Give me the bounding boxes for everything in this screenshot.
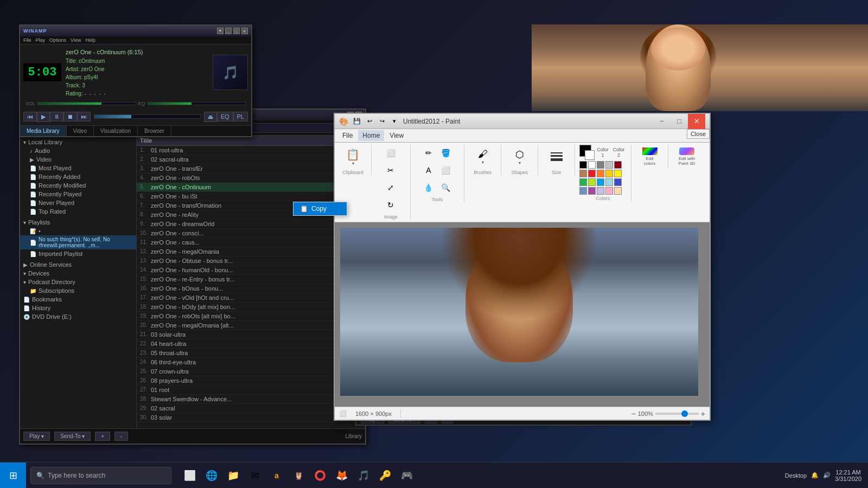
color-orange[interactable] — [597, 170, 604, 177]
icon8-btn[interactable]: ⭕ — [310, 466, 330, 485]
sidebar-item-dvd-drive[interactable]: 💿 DVD Drive (E:) — [20, 312, 136, 321]
color-brown[interactable] — [579, 170, 587, 177]
crop-btn[interactable]: ✂ — [382, 162, 399, 178]
track-row-6[interactable]: 6.zerO One - bu iSt — [137, 192, 365, 201]
color-gold[interactable] — [605, 170, 613, 177]
sidebar-item-recently-played[interactable]: 📄 Recently Played — [20, 190, 136, 198]
eraser-btn[interactable]: ⬜ — [438, 162, 454, 178]
sidebar-item-online-services[interactable]: ▶ Online Services — [20, 260, 136, 269]
color-yellow[interactable] — [614, 170, 622, 177]
track-row-22[interactable]: 22.04 heart-ultra — [137, 339, 365, 349]
tab-browser[interactable]: Browser — [138, 126, 171, 136]
color-green[interactable] — [579, 178, 587, 186]
amazon-btn[interactable]: a — [267, 466, 286, 485]
sidebar-item-most-played[interactable]: 📄 Most Played — [20, 164, 136, 172]
zoom-slider[interactable] — [655, 413, 699, 415]
track-row-13[interactable]: 13.zerO One - Obtuse - bonus tr... — [137, 256, 365, 266]
color-light-blue[interactable] — [605, 178, 613, 186]
track-row-1[interactable]: 1.01 root-ultra — [137, 146, 365, 155]
color-lime[interactable] — [588, 178, 596, 186]
track-row-30[interactable]: 30.03 solar — [137, 413, 365, 422]
color-gray[interactable] — [597, 161, 604, 169]
play-btn[interactable]: ▶ — [37, 112, 50, 122]
eq-btn[interactable]: EQ — [217, 112, 233, 121]
paint-more-btn[interactable]: ▾ — [389, 116, 400, 127]
winamp-close-btn[interactable]: × — [241, 28, 248, 34]
track-row-24[interactable]: 24.06 third-eye-ultra — [137, 358, 365, 367]
track-row-12[interactable]: 12.zerO One - megalOmania — [137, 247, 365, 256]
play-bottom-btn[interactable]: Play ▾ — [23, 432, 50, 441]
volume-bar[interactable] — [37, 102, 136, 105]
brushes-btn[interactable]: 🖌 ▾ — [471, 145, 495, 169]
sidebar-item-top-rated[interactable]: 📄 Top Rated — [20, 207, 136, 216]
paint-undo-btn[interactable]: ↩ — [364, 116, 375, 127]
start-button[interactable]: ⊞ — [0, 463, 26, 489]
track-row-17[interactable]: 17.zerO One - vOid [hOt and cru... — [137, 293, 365, 303]
shapes-btn[interactable]: ⬡ ▾ — [508, 145, 532, 169]
sidebar-item-recently-modified[interactable]: 📄 Recently Modified — [20, 181, 136, 190]
paint-menu-home[interactable]: Home — [358, 130, 384, 141]
remove-btn[interactable]: - — [114, 432, 128, 441]
track-row-5[interactable]: 5.zerO One - cOntinuum — [137, 183, 365, 192]
track-row-28[interactable]: 28.Stewart Swerdlow - Advance... — [137, 395, 365, 404]
tab-video[interactable]: Video — [67, 126, 94, 136]
edit-colors-btn[interactable]: Edit colors — [638, 145, 662, 169]
color-blue[interactable] — [597, 178, 604, 186]
color-steel-blue[interactable] — [579, 187, 587, 195]
taskbar-search-bar[interactable]: 🔍 Type here to search — [30, 467, 171, 484]
eq-bar[interactable] — [148, 102, 246, 105]
sidebar-item-history[interactable]: 📄 History — [20, 304, 136, 312]
track-row-26[interactable]: 26.08 prayers-ultra — [137, 376, 365, 386]
pl-btn[interactable]: PL — [233, 112, 248, 121]
paint-redo-btn[interactable]: ↪ — [376, 116, 387, 127]
sidebar-item-video[interactable]: ▶ Video — [20, 155, 136, 164]
sidebar-item-never-played[interactable]: 📄 Never Played — [20, 198, 136, 207]
track-row-9[interactable]: 9.zerO One - dreamwOrld — [137, 220, 365, 229]
color-red[interactable] — [588, 170, 596, 177]
stop-btn[interactable]: ⏹ — [63, 112, 77, 121]
tab-visualization[interactable]: Visualization — [94, 126, 138, 136]
paint-max-btn[interactable]: □ — [671, 114, 688, 129]
paint-menu-view[interactable]: View — [385, 130, 408, 141]
track-row-23[interactable]: 23.05 throat-ultra — [137, 349, 365, 358]
track-row-11[interactable]: 11.zerO One - caus... — [137, 238, 365, 247]
rotate-btn[interactable]: ↻ — [382, 197, 399, 213]
paint-close-btn[interactable]: ✕ — [688, 114, 705, 129]
track-row-4[interactable]: 4.zerO One - robOts — [137, 174, 365, 183]
sidebar-item-audio[interactable]: ♪ Audio — [20, 146, 136, 155]
paint-canvas[interactable] — [340, 228, 698, 396]
size-btn[interactable] — [545, 145, 569, 169]
open-btn[interactable]: ⏏ — [204, 112, 217, 122]
add-btn[interactable]: + — [95, 432, 110, 441]
sidebar-item-imported-playlist[interactable]: 📄 Imported Playlist — [20, 249, 136, 258]
magnify-btn[interactable]: 🔍 — [438, 179, 454, 196]
color-black[interactable] — [579, 161, 587, 169]
seek-bar[interactable] — [94, 114, 201, 119]
track-row-25[interactable]: 25.07 crown-ultra — [137, 367, 365, 376]
menu-options[interactable]: Options — [49, 37, 66, 43]
paint-menu-file[interactable]: File — [338, 130, 357, 141]
pencil-btn[interactable]: ✏ — [420, 145, 437, 161]
zoom-in-btn[interactable]: + — [701, 409, 705, 418]
color-dark-red[interactable] — [614, 161, 622, 169]
track-row-3[interactable]: 3.zerO One - transfEr — [137, 164, 365, 174]
color-indigo[interactable] — [614, 178, 622, 186]
pause-btn[interactable]: ⏸ — [50, 112, 63, 121]
sidebar-item-recently-added[interactable]: 📄 Recently Added — [20, 172, 136, 181]
track-row-14[interactable]: 14.zerO One - humanOld - bonu... — [137, 266, 365, 275]
sidebar-item-podcast-directory[interactable]: ▾ Podcast Directory — [20, 278, 136, 286]
menu-view[interactable]: View — [71, 37, 81, 43]
winamp-min-btn[interactable]: _ — [225, 28, 232, 34]
winamp-max-btn[interactable]: □ — [233, 28, 240, 34]
send-to-btn[interactable]: Send-To ▾ — [54, 432, 91, 441]
sidebar-item-subscriptions[interactable]: 📁 Subscriptions — [20, 286, 136, 295]
color-light-gray[interactable] — [605, 161, 613, 169]
clipboard-btn[interactable]: 📋 ▾ — [341, 145, 365, 169]
icon10-btn[interactable]: 🎮 — [397, 466, 417, 485]
zoom-out-btn[interactable]: − — [631, 409, 635, 418]
track-row-20[interactable]: 20.zerO One - megalOmania [alt... — [137, 321, 365, 330]
sound-icon[interactable]: 🔊 — [823, 472, 831, 479]
task-view-btn[interactable]: ⬜ — [180, 466, 200, 485]
ie-btn[interactable]: 🌐 — [202, 466, 221, 485]
tripadvisor-btn[interactable]: 🦉 — [289, 466, 308, 485]
